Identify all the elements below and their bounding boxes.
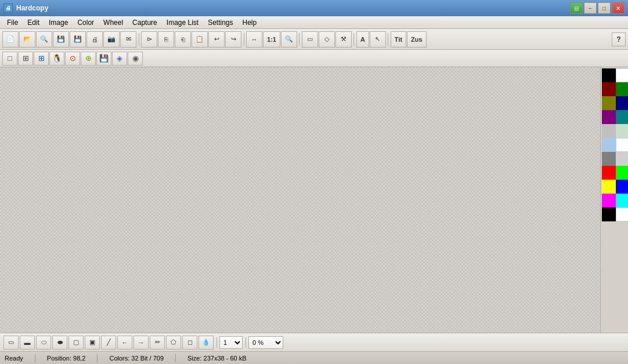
magic-button[interactable]: ⚒ [335, 31, 352, 48]
rect-outline-button[interactable]: ▭ [3, 336, 19, 350]
new-button[interactable]: 📄 [2, 31, 19, 48]
canvas-area[interactable] [0, 67, 600, 333]
scan-button[interactable]: 📷 [103, 31, 120, 48]
zoom-select[interactable]: 0 %25 %50 %75 %100 %200 % [248, 336, 283, 349]
close-button[interactable]: ✕ [612, 2, 625, 14]
bottom-sep1 [215, 336, 218, 350]
menu-item-help[interactable]: Help [238, 17, 262, 28]
color-swatch-17[interactable] [616, 180, 628, 194]
tit-button[interactable]: Tit [391, 31, 406, 48]
color-swatch-19[interactable] [616, 194, 628, 208]
maximize-button[interactable]: □ [598, 2, 611, 14]
color-swatch-3[interactable] [616, 82, 628, 96]
color-swatch-16[interactable] [602, 180, 616, 194]
sep2-separator [242, 31, 246, 48]
sep1-separator [137, 31, 140, 48]
arrow-right-button[interactable]: → [133, 336, 149, 350]
color-swatch-21[interactable] [616, 208, 628, 221]
title-bar: 🖨 Hardcopy ⊟ − □ ✕ [0, 0, 628, 16]
toolbar2-penguin-button[interactable]: 🐧 [49, 52, 64, 65]
print-button[interactable]: 🖨 [86, 31, 103, 48]
bottom-toolbar: ▭▬⬭⬬▢▣╱←→✏⬠◻💧123450 %25 %50 %75 %100 %20… [0, 333, 628, 351]
color-swatch-13[interactable] [616, 152, 628, 166]
roundrect-button[interactable]: ▢ [68, 336, 84, 350]
menu-item-file[interactable]: File [2, 17, 23, 28]
eyedropper-button[interactable]: 💧 [198, 336, 214, 350]
color-swatch-15[interactable] [616, 166, 628, 180]
toolbar2-grid-button[interactable]: ⊞ [18, 52, 33, 65]
eraser-button[interactable]: ◻ [182, 336, 197, 350]
color-swatch-7[interactable] [616, 110, 628, 124]
email-button[interactable]: ✉ [120, 31, 136, 48]
color-swatch-6[interactable] [602, 110, 616, 124]
green-button[interactable]: ⊟ [570, 2, 583, 14]
status-bar: Ready Position: 98,2 Colors: 32 Bit / 70… [0, 351, 628, 364]
color-swatch-20[interactable] [602, 208, 616, 221]
save-as-button[interactable]: 💾 [70, 31, 86, 48]
open-button[interactable]: 📂 [19, 31, 35, 48]
app-icon: 🖨 [3, 3, 13, 13]
transform-button[interactable]: ↔ [246, 31, 262, 48]
redo-button[interactable]: ↪ [225, 31, 241, 48]
toolbar2-diamond-button[interactable]: ◈ [112, 52, 127, 65]
menu-item-image[interactable]: Image [44, 17, 73, 28]
move-button[interactable]: ⊳ [141, 31, 157, 48]
status-sep2 [97, 354, 98, 362]
polygon-button[interactable]: ⬠ [166, 336, 181, 350]
main-area [0, 67, 628, 333]
text-button[interactable]: A [356, 31, 369, 48]
menu-item-wheel[interactable]: Wheel [99, 17, 128, 28]
help-button[interactable]: ? [612, 32, 626, 46]
menu-item-edit[interactable]: Edit [23, 17, 44, 28]
title-left: 🖨 Hardcopy [3, 3, 48, 13]
menu-item-settings[interactable]: Settings [203, 17, 237, 28]
toolbar2-plus-circle-button[interactable]: ⊕ [81, 52, 96, 65]
color-swatch-14[interactable] [602, 166, 616, 180]
color-swatch-10[interactable] [602, 138, 616, 152]
color-swatch-12[interactable] [602, 152, 616, 166]
color-swatch-0[interactable] [602, 68, 616, 82]
secondary-toolbar: □⊞⊞🐧⊙⊕💾◈◉ [0, 50, 628, 67]
status-position: Position: 98,2 [47, 355, 86, 362]
sep3-separator [298, 31, 301, 48]
toolbar2-floppy-button[interactable]: 💾 [96, 52, 111, 65]
roundrect-filled-button[interactable]: ▣ [85, 336, 100, 350]
zoom-in-button[interactable]: 🔍 [281, 31, 297, 48]
color-swatch-1[interactable] [616, 68, 628, 82]
menu-item-color[interactable]: Color [73, 17, 99, 28]
status-ready: Ready [5, 355, 23, 362]
toolbar2-radio-button[interactable]: ◉ [128, 52, 143, 65]
rect-filled-button[interactable]: ▬ [20, 336, 35, 350]
color-swatch-8[interactable] [602, 124, 616, 138]
zoom-1-1-button[interactable]: 1:1 [263, 31, 280, 48]
toolbar2-new-button[interactable]: □ [2, 52, 17, 65]
select-lasso-button[interactable]: ◇ [319, 31, 335, 48]
toolbar2-grid2-button[interactable]: ⊞ [34, 52, 49, 65]
copy2-button[interactable]: ⎗ [175, 31, 191, 48]
toolbar2-circle-dot-button[interactable]: ⊙ [65, 52, 80, 65]
status-sep3 [175, 354, 176, 362]
menu-item-image-list[interactable]: Image List [162, 17, 203, 28]
color-swatch-5[interactable] [616, 96, 628, 110]
ellipse-filled-button[interactable]: ⬬ [52, 336, 67, 350]
color-swatch-9[interactable] [616, 124, 628, 138]
pointer-button[interactable]: ↖ [370, 31, 386, 48]
save-button[interactable]: 💾 [53, 31, 69, 48]
color-swatch-18[interactable] [602, 194, 616, 208]
menu-item-capture[interactable]: Capture [128, 17, 162, 28]
paste-button[interactable]: 📋 [192, 31, 208, 48]
line-button[interactable]: ╱ [101, 336, 116, 350]
copy1-button[interactable]: ⎘ [158, 31, 174, 48]
color-swatch-11[interactable] [616, 138, 628, 152]
color-swatch-4[interactable] [602, 96, 616, 110]
ellipse-outline-button[interactable]: ⬭ [36, 336, 51, 350]
select-rect-button[interactable]: ▭ [302, 31, 318, 48]
color-swatch-2[interactable] [602, 82, 616, 96]
line-width-select[interactable]: 12345 [219, 336, 243, 349]
zus-button[interactable]: Zus [407, 31, 427, 48]
pencil-button[interactable]: ✏ [150, 336, 165, 350]
arrow-left-button[interactable]: ← [117, 336, 132, 350]
undo-button[interactable]: ↩ [208, 31, 225, 48]
zoom-open-button[interactable]: 🔍 [36, 31, 52, 48]
minimize-button[interactable]: − [584, 2, 597, 14]
